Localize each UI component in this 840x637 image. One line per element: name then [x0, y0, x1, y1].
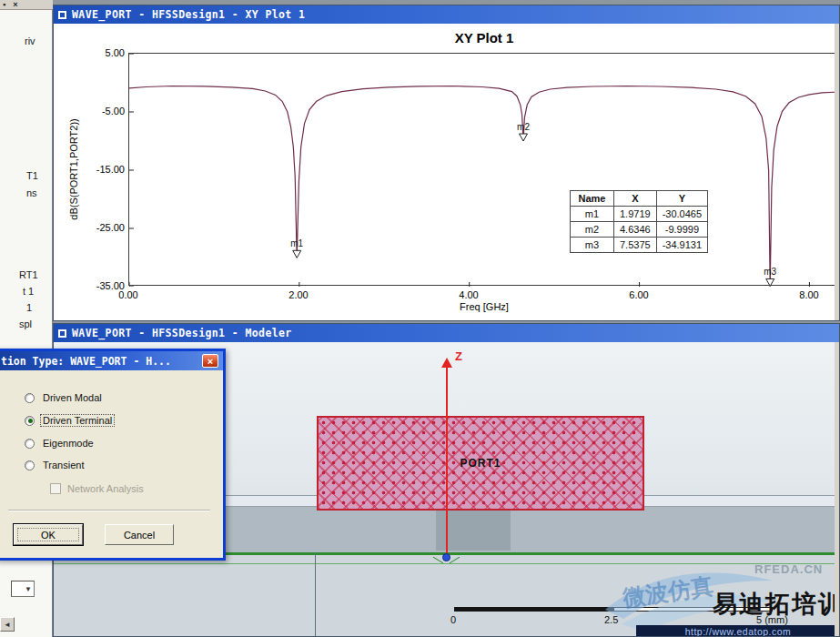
radio-icon	[25, 393, 35, 403]
y-axis-title: dB(S(PORT1,PORT2))	[68, 118, 79, 219]
x-axis-title: Freq [GHz]	[128, 301, 839, 312]
y-tick-label: 5.00	[86, 47, 125, 58]
chevron-down-icon: ▼	[25, 585, 32, 593]
cancel-button-label: Cancel	[124, 530, 155, 541]
marker-table: Name X Y m1 1.9719 -30.0465 m2 4.6346 -9…	[570, 190, 708, 253]
window-icon	[58, 11, 66, 19]
x-tick-label: 2.00	[288, 289, 308, 300]
dialog-title: tion Type: WAVE_PORT - H...	[1, 355, 171, 368]
arrow-left-icon: ◄	[4, 621, 11, 629]
origin-point	[442, 553, 450, 561]
marker-col-x: X	[614, 191, 657, 207]
ok-button-label: OK	[41, 530, 56, 541]
radio-icon	[25, 439, 35, 449]
marker-row: m3 7.5375 -34.9131	[571, 238, 708, 253]
window-icon	[58, 329, 66, 338]
x-tick-label: 4.00	[459, 289, 478, 300]
marker-x: 1.9719	[614, 207, 657, 222]
panel-mini-titlebar[interactable]: ▪ ×	[0, 0, 53, 10]
tree-text-fragment: 1	[26, 302, 32, 313]
tree-text-fragment: RT1	[19, 269, 38, 280]
z-axis-arrow-icon	[441, 358, 452, 368]
radio-transient[interactable]: Transient	[25, 459, 86, 471]
y-tick-label: -25.00	[86, 222, 125, 233]
panel-close-icon[interactable]: ×	[13, 1, 17, 9]
radio-label: Transient	[41, 460, 86, 470]
z-axis-line	[446, 367, 448, 558]
plot-frame: m1m2m3	[128, 53, 839, 286]
boundary-line-vertical	[315, 552, 316, 636]
watermark-yiditu: 易迪拓培训	[713, 588, 839, 621]
hfss-desktop: ▪ × riv T1 ns RT1 t 1 1 spl ▼ ◄ WAVE_POR…	[0, 0, 840, 637]
scroll-left-button[interactable]: ◄	[0, 617, 15, 632]
marker-y: -30.0465	[656, 207, 707, 222]
watermark-rfeda: RFEDA.CN	[754, 562, 823, 576]
xy-plot-window: WAVE_PORT - HFSSDesign1 - XY Plot 1 XY P…	[53, 5, 840, 321]
tree-text-fragment: t 1	[23, 286, 34, 297]
plot-scrollbar[interactable]	[835, 24, 839, 320]
x-tick-label: 6.00	[629, 289, 648, 300]
xy-plot-window-title: WAVE_PORT - HFSSDesign1 - XY Plot 1	[72, 8, 305, 21]
cancel-button[interactable]: Cancel	[105, 524, 174, 545]
tree-text-fragment: ns	[26, 187, 37, 198]
tree-text-fragment: spl	[19, 318, 32, 329]
svg-text:m2: m2	[517, 122, 530, 132]
modeler-scrollbar[interactable]	[835, 342, 839, 636]
scale-segment-black	[454, 607, 613, 612]
radio-driven-modal[interactable]: Driven Modal	[25, 391, 104, 404]
marker-y: -9.9999	[656, 222, 707, 238]
port-label: PORT1	[460, 457, 501, 470]
radio-label: Driven Terminal	[41, 415, 114, 426]
watermark-url: http://www.edatop.com	[685, 626, 792, 636]
watermark-url-strip: http://www.edatop.com	[636, 625, 839, 636]
dialog-close-button[interactable]: ×	[202, 354, 218, 368]
marker-row: m2 4.6346 -9.9999	[571, 222, 708, 238]
modeler-titlebar[interactable]: WAVE_PORT - HFSSDesign1 - Modeler	[54, 324, 839, 342]
radio-driven-terminal[interactable]: Driven Terminal	[25, 414, 114, 427]
y-tick-label: -5.00	[86, 106, 125, 116]
marker-col-name: Name	[571, 191, 614, 207]
network-analysis-checkbox[interactable]: Network Analysis	[50, 482, 144, 495]
svg-text:m1: m1	[290, 238, 303, 248]
marker-x: 4.6346	[614, 222, 657, 238]
solution-type-dialog: tion Type: WAVE_PORT - H... × Driven Mod…	[0, 349, 226, 561]
tree-text-fragment: riv	[25, 35, 35, 46]
radio-eigenmode[interactable]: Eigenmode	[25, 437, 96, 450]
wave-port-face[interactable]: PORT1	[317, 416, 644, 511]
x-tick-label: 0.00	[118, 289, 137, 300]
xy-plot-canvas: XY Plot 1 dB(S(PORT1,PORT2)) 5.00 -5.00 …	[54, 24, 839, 320]
marker-name: m1	[571, 207, 614, 222]
close-icon: ×	[207, 356, 213, 367]
marker-name: m2	[571, 222, 614, 238]
z-axis-label: Z	[455, 349, 462, 363]
radio-label: Driven Modal	[41, 392, 104, 403]
svg-text:m3: m3	[764, 267, 776, 277]
x-tick-label: 8.00	[799, 289, 818, 300]
checkbox-icon	[50, 483, 61, 494]
radio-icon	[25, 416, 35, 426]
ok-button[interactable]: OK	[14, 524, 83, 545]
marker-x: 7.5375	[614, 238, 657, 253]
marker-row: m1 1.9719 -30.0465	[571, 207, 708, 222]
s-parameter-curve: m1m2m3	[129, 54, 839, 287]
dialog-separator	[8, 510, 210, 511]
panel-box-icon: ▪	[3, 1, 5, 9]
marker-table-header: Name X Y	[571, 191, 708, 207]
checkbox-label: Network Analysis	[67, 483, 144, 494]
marker-col-y: Y	[656, 191, 707, 207]
y-tick-label: -15.00	[86, 164, 125, 175]
radio-label: Eigenmode	[41, 438, 96, 449]
modeler-window-title: WAVE_PORT - HFSSDesign1 - Modeler	[72, 327, 292, 339]
radio-icon	[25, 460, 35, 470]
xy-plot-titlebar[interactable]: WAVE_PORT - HFSSDesign1 - XY Plot 1	[54, 5, 839, 24]
marker-name: m3	[571, 238, 614, 253]
scale-label-0: 0	[450, 614, 456, 625]
dialog-titlebar[interactable]: tion Type: WAVE_PORT - H...	[0, 351, 223, 370]
tree-text-fragment: T1	[26, 170, 38, 181]
marker-y: -34.9131	[656, 238, 707, 253]
tree-dropdown[interactable]: ▼	[11, 581, 35, 597]
plot-title: XY Plot 1	[128, 30, 839, 46]
